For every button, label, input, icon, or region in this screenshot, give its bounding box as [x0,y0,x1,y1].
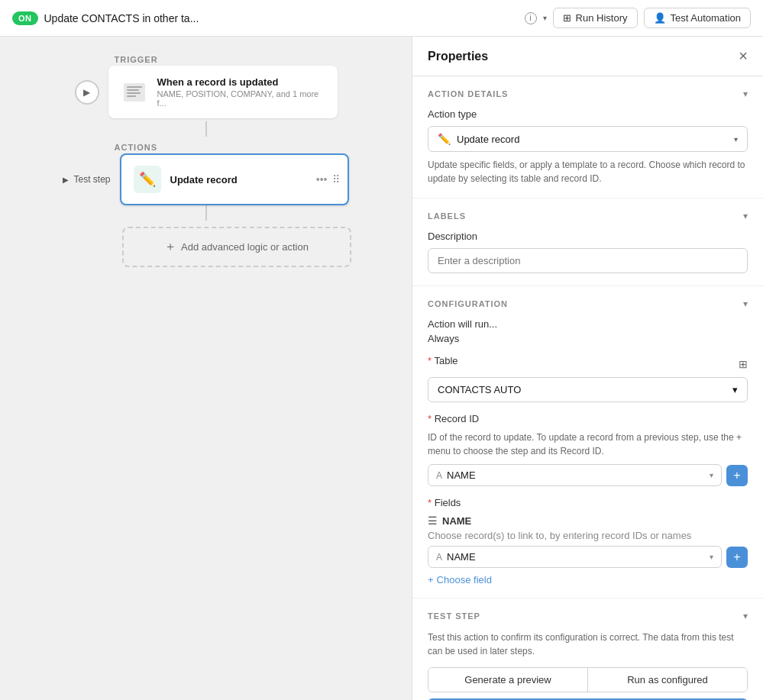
table-select[interactable]: CONTACTS AUTO ▾ [428,377,748,402]
test-step-label: TEST STEP [428,611,480,621]
action-type-chevron-icon: ▾ [734,135,738,144]
test-step-chevron[interactable]: ▾ [743,611,748,621]
record-id-name-tag[interactable]: A NAME ▾ [428,464,722,486]
action-details-header: ACTION DETAILS ▾ [428,89,748,99]
action-type-label: Action type [428,108,748,120]
topbar-title: Update CONTACTS in other ta... [44,12,519,24]
test-automation-button[interactable]: 👤 Test Automation [644,8,752,28]
test-step-section: TEST STEP ▾ Test this action to confirm … [412,598,763,700]
connector-line [205,121,207,137]
record-id-required-star: * [428,413,432,424]
main-layout: TRIGGER ▶ When a record [0,37,763,700]
test-automation-label: Test Automation [671,12,742,24]
action-details-label: ACTION DETAILS [428,89,508,98]
run-as-configured-button[interactable]: Run as configured [588,668,747,692]
trigger-section-label: TRIGGER [115,55,158,64]
action-card-title: Update record [170,174,335,185]
panel-close-button[interactable]: × [739,47,748,65]
record-id-add-button[interactable]: + [726,465,748,486]
action-type-icon: ✏️ [438,133,451,145]
record-id-field-label: * Record ID [428,413,748,424]
test-step-button[interactable]: ▶ Test step [63,174,110,185]
add-logic-card[interactable]: ＋ Add advanced logic or action [122,227,351,267]
choose-field-label: Choose field [437,574,492,585]
field-name-tag[interactable]: A NAME ▾ [428,546,722,568]
action-details-chevron[interactable]: ▾ [743,89,748,99]
test-step-label: Test step [73,174,110,185]
add-logic-label: Add advanced logic or action [181,241,309,253]
connector-line-2 [205,205,207,221]
configuration-section: CONFIGURATION ▾ Action will run... Alway… [412,286,763,598]
svg-rect-2 [127,89,139,91]
trigger-card-text: When a record is updated NAME, POSITION,… [157,76,325,108]
trigger-card-subtitle: NAME, POSITION, COMPANY, and 1 more f... [157,89,325,108]
action-drag-button[interactable]: ⠿ [332,173,340,185]
table-icon-group: ⊞ [739,357,748,371]
info-icon[interactable]: i [525,12,537,24]
field-name-tag-chevron: ▾ [710,553,713,561]
configuration-chevron[interactable]: ▾ [743,298,748,309]
generate-preview-button[interactable]: Generate a preview [428,668,588,692]
fields-label-text: Fields [435,497,461,508]
action-type-select[interactable]: ✏️ Update record ▾ [428,126,748,152]
test-automation-icon: 👤 [654,12,666,24]
description-input[interactable] [428,248,748,273]
choose-field-button[interactable]: + Choose field [428,574,492,585]
field-list-icon: ☰ [428,515,438,527]
trigger-icon [121,79,148,106]
table-value: CONTACTS AUTO [438,384,521,395]
description-field-label: Description [428,231,748,242]
field-name-tag-prefix: A [436,552,442,563]
test-btn-row: Generate a preview Run as configured [428,667,748,692]
svg-rect-4 [127,95,136,97]
test-step-desc: Test this action to confirm its configur… [428,631,748,658]
trigger-card[interactable]: When a record is updated NAME, POSITION,… [108,66,338,118]
topbar: ON Update CONTACTS in other ta... i ▾ ⊞ … [0,0,763,37]
labels-label: LABELS [428,211,466,221]
table-field-label: * Table [428,355,458,366]
plus-icon: ＋ [164,239,176,255]
record-id-row: A NAME ▾ + [428,464,748,486]
field-name-row: ☰ NAME [428,515,748,527]
field-name-value: NAME [447,551,705,563]
canvas: TRIGGER ▶ When a record [0,37,412,700]
name-tag-chevron-icon: ▾ [710,471,713,479]
trigger-play-button[interactable]: ▶ [75,80,99,105]
labels-section: LABELS ▾ Description [412,198,763,286]
action-type-desc: Update specific fields, or apply a templ… [428,158,748,185]
action-card[interactable]: ✏️ Update record ••• ⠿ [120,153,349,205]
run-history-button[interactable]: ⊞ Run History [553,8,638,28]
action-will-run-label: Action will run... [428,318,748,330]
run-history-label: Run History [576,12,628,24]
record-id-name-value: NAME [447,469,705,481]
action-card-actions: ••• ⠿ [316,173,340,185]
panel-title: Properties [428,50,739,63]
toggle-on[interactable]: ON [12,11,38,25]
record-id-label-text: Record ID [435,413,480,424]
configuration-header: CONFIGURATION ▾ [428,298,748,309]
field-sub-label: Choose record(s) to link to, by entering… [428,530,748,541]
run-history-icon: ⊞ [563,12,571,24]
fields-required-star: * [428,497,432,508]
properties-panel: Properties × ACTION DETAILS ▾ Action typ… [412,37,763,700]
labels-header: LABELS ▾ [428,211,748,221]
action-will-run-value: Always [428,333,748,344]
chevron-down-icon[interactable]: ▾ [543,14,547,22]
action-card-icon: ✏️ [134,166,161,193]
required-star: * [428,355,432,366]
actions-section-label: ACTIONS [115,143,158,152]
labels-chevron[interactable]: ▾ [743,211,748,221]
action-more-button[interactable]: ••• [316,173,328,185]
field-name-text: NAME [442,515,471,527]
configuration-label: CONFIGURATION [428,299,508,308]
action-details-section: ACTION DETAILS ▾ Action type ✏️ Update r… [412,76,763,198]
table-grid-icon[interactable]: ⊞ [739,358,748,370]
action-type-value: Update record [457,134,734,145]
fields-field-label: * Fields [428,497,748,508]
trigger-card-title: When a record is updated [157,76,325,88]
svg-rect-1 [127,86,142,88]
field-add-button[interactable]: + [726,547,748,568]
table-chevron-icon: ▾ [732,384,738,395]
test-step-header: TEST STEP ▾ [428,611,748,621]
choose-field-plus-icon: + [428,574,434,585]
